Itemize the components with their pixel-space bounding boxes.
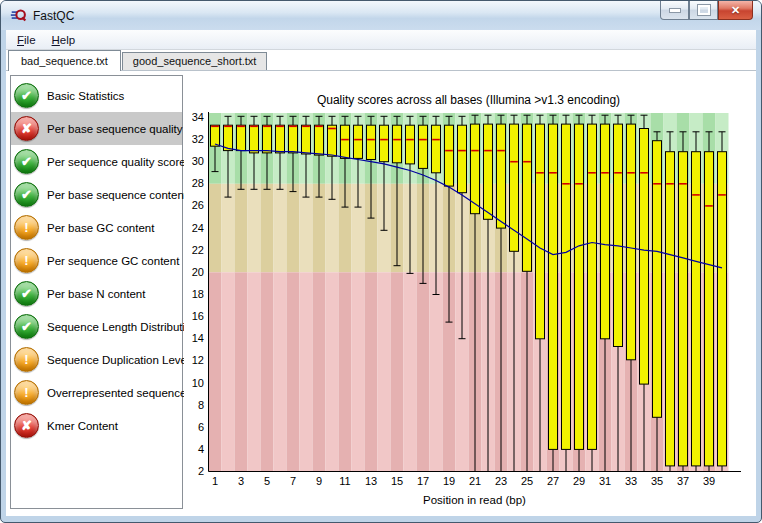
window-title: FastQC: [33, 9, 74, 23]
sidebar-item-per-base-sequence-quality[interactable]: ✘Per base sequence quality: [11, 112, 182, 145]
client-area: bad_sequence.txtgood_sequence_short.txt …: [6, 50, 756, 516]
svg-text:28: 28: [192, 177, 204, 189]
sidebar-item-label: Per base GC content: [47, 222, 154, 234]
pass-icon: ✔: [14, 182, 39, 207]
warn-icon: !: [14, 347, 39, 372]
maximize-button[interactable]: [689, 1, 718, 20]
warn-icon: !: [14, 248, 39, 273]
sidebar-item-label: Per base N content: [47, 288, 145, 300]
chart-title: Quality scores across all bases (Illumin…: [317, 93, 620, 107]
warn-icon: !: [14, 380, 39, 405]
svg-text:39: 39: [703, 475, 715, 487]
sidebar-item-per-base-gc-content[interactable]: !Per base GC content: [11, 211, 182, 244]
sidebar-item-per-sequence-gc-content[interactable]: !Per sequence GC content: [11, 244, 182, 277]
svg-text:35: 35: [651, 475, 663, 487]
svg-text:20: 20: [192, 266, 204, 278]
x-axis-labels: 13579111315171921232527293133353739: [212, 475, 715, 487]
title-bar[interactable]: FastQC ✕: [1, 1, 761, 30]
svg-text:27: 27: [547, 475, 559, 487]
module-list: ✔Basic Statistics✘Per base sequence qual…: [10, 75, 183, 509]
svg-text:26: 26: [192, 199, 204, 211]
svg-text:7: 7: [290, 475, 296, 487]
sidebar-item-label: Sequence Length Distribution: [47, 321, 198, 333]
chart-panel: 2468101214161820222426283032341357911131…: [184, 71, 756, 516]
pass-icon: ✔: [14, 149, 39, 174]
svg-text:22: 22: [192, 244, 204, 256]
svg-text:18: 18: [192, 288, 204, 300]
svg-text:32: 32: [192, 133, 204, 145]
fail-icon: ✘: [14, 116, 39, 141]
pass-icon: ✔: [14, 281, 39, 306]
svg-text:30: 30: [192, 155, 204, 167]
sidebar-item-label: Basic Statistics: [47, 90, 124, 102]
svg-text:31: 31: [599, 475, 611, 487]
x-axis-title: Position in read (bp): [423, 494, 526, 506]
svg-text:10: 10: [192, 377, 204, 389]
svg-text:21: 21: [469, 475, 481, 487]
svg-text:2: 2: [198, 465, 204, 477]
svg-text:12: 12: [192, 354, 204, 366]
maximize-icon: [698, 5, 710, 15]
close-icon: ✕: [731, 4, 740, 17]
menu-file[interactable]: File: [10, 32, 43, 48]
sidebar-item-sequence-duplication-levels[interactable]: !Sequence Duplication Levels: [11, 343, 182, 376]
svg-text:4: 4: [198, 443, 204, 455]
minimize-button[interactable]: [660, 1, 689, 20]
quality-boxplot-chart: 2468101214161820222426283032341357911131…: [184, 71, 756, 516]
main-area: ✔Basic Statistics✘Per base sequence qual…: [6, 71, 756, 516]
minimize-icon: [670, 9, 680, 12]
svg-text:34: 34: [192, 111, 204, 123]
svg-text:5: 5: [264, 475, 270, 487]
tab-good-sequence-short-txt[interactable]: good_sequence_short.txt: [122, 52, 268, 70]
svg-text:17: 17: [417, 475, 429, 487]
svg-text:25: 25: [521, 475, 533, 487]
sidebar-item-sequence-length-distribution[interactable]: ✔Sequence Length Distribution: [11, 310, 182, 343]
sidebar-item-label: Per sequence quality scores: [47, 156, 191, 168]
sidebar-item-label: Overrepresented sequences: [47, 387, 192, 399]
sidebar-item-kmer-content[interactable]: ✘Kmer Content: [11, 409, 182, 442]
svg-text:29: 29: [573, 475, 585, 487]
tab-bar: bad_sequence.txtgood_sequence_short.txt: [6, 50, 756, 71]
svg-text:3: 3: [238, 475, 244, 487]
sidebar-item-label: Per base sequence quality: [47, 123, 183, 135]
y-axis-labels: 246810121416182022242628303234: [192, 111, 204, 477]
chart-bands: [209, 113, 729, 472]
sidebar-item-label: Per sequence GC content: [47, 255, 179, 267]
sidebar-item-basic-statistics[interactable]: ✔Basic Statistics: [11, 79, 182, 112]
warn-icon: !: [14, 215, 39, 240]
sidebar-item-per-sequence-quality-scores[interactable]: ✔Per sequence quality scores: [11, 145, 182, 178]
fail-icon: ✘: [14, 413, 39, 438]
sidebar-item-overrepresented-sequences[interactable]: !Overrepresented sequences: [11, 376, 182, 409]
sidebar-item-label: Sequence Duplication Levels: [47, 354, 195, 366]
menu-help[interactable]: Help: [45, 32, 83, 48]
svg-text:11: 11: [339, 475, 350, 487]
menu-bar: FileHelp: [6, 30, 756, 50]
app-window: FastQC ✕ FileHelp bad_sequence.txtgood_s…: [0, 0, 762, 523]
svg-text:19: 19: [443, 475, 455, 487]
svg-text:13: 13: [365, 475, 377, 487]
svg-text:6: 6: [198, 421, 204, 433]
window-controls: ✕: [660, 1, 753, 20]
tab-bad-sequence-txt[interactable]: bad_sequence.txt: [8, 50, 121, 71]
sidebar-item-label: Per base sequence content: [47, 189, 187, 201]
svg-text:16: 16: [192, 310, 204, 322]
fastqc-logo-icon: [10, 7, 27, 24]
svg-text:24: 24: [192, 222, 204, 234]
svg-text:37: 37: [677, 475, 689, 487]
svg-text:1: 1: [212, 475, 218, 487]
pass-icon: ✔: [14, 314, 39, 339]
svg-text:14: 14: [192, 332, 204, 344]
svg-text:15: 15: [391, 475, 403, 487]
pass-icon: ✔: [14, 83, 39, 108]
svg-text:9: 9: [316, 475, 322, 487]
sidebar-item-per-base-sequence-content[interactable]: ✔Per base sequence content: [11, 178, 182, 211]
svg-text:23: 23: [495, 475, 507, 487]
svg-text:8: 8: [198, 399, 204, 411]
close-button[interactable]: ✕: [718, 1, 753, 20]
sidebar-item-label: Kmer Content: [47, 420, 118, 432]
svg-text:33: 33: [625, 475, 637, 487]
sidebar-item-per-base-n-content[interactable]: ✔Per base N content: [11, 277, 182, 310]
